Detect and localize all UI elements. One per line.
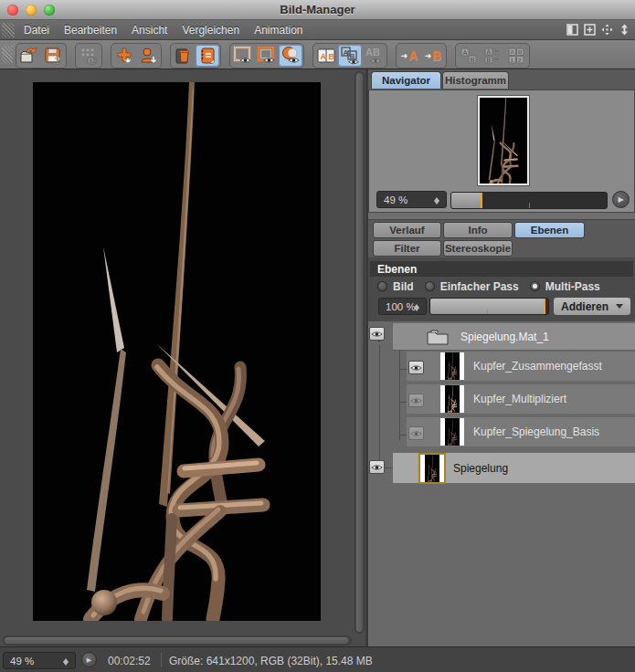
compare-ab-eye-button[interactable]: AB <box>338 45 362 67</box>
arrow-right-icon: ➜ <box>401 51 408 60</box>
statusbar-zoom-stepper-icon[interactable] <box>63 656 71 667</box>
layer-name: Spiegelung.Mat_1 <box>460 331 549 343</box>
svg-text:B: B <box>471 57 475 63</box>
layer-thumbnail <box>440 385 464 413</box>
radio-bild-label[interactable]: Bild <box>393 280 414 293</box>
layer-visibility-toggle[interactable] <box>369 460 385 474</box>
navigator-zoom-value[interactable]: 49 % <box>376 191 447 208</box>
chevron-down-icon <box>616 304 623 312</box>
navigator-thumbnail[interactable] <box>478 96 529 185</box>
move-image-down-button[interactable] <box>112 45 136 67</box>
layer-row-pass[interactable]: Kupfer_Spiegelung_Basis <box>407 417 635 448</box>
horizontal-scrollbar-thumb[interactable] <box>5 637 348 644</box>
layer-row-pass[interactable]: Kupfer_Multipliziert <box>407 384 635 415</box>
layer-thumbnail <box>440 418 464 446</box>
menu-bearbeiten[interactable]: Bearbeiten <box>64 24 117 37</box>
menu-datei[interactable]: Datei <box>24 24 49 37</box>
save-image-button[interactable]: ? <box>41 45 65 67</box>
layer-row-selected[interactable]: Spiegelung <box>393 453 635 483</box>
svg-text:x2: x2 <box>90 58 97 64</box>
layer-visibility-toggle[interactable] <box>408 361 424 374</box>
svg-text:B: B <box>487 57 492 63</box>
sequence-grid-icon: x2 <box>79 47 98 65</box>
svg-text:AB: AB <box>365 47 380 58</box>
letter-b: B <box>432 48 441 63</box>
layer-row-folder[interactable]: Spiegelung.Mat_1 <box>393 323 635 351</box>
radio-einfacher-pass-label[interactable]: Einfacher Pass <box>440 280 519 293</box>
menu-vergleichen[interactable]: Vergleichen <box>182 24 239 37</box>
svg-text:A: A <box>344 48 349 57</box>
toolbar-drag-grip[interactable] <box>2 46 13 64</box>
zoom-stepper-icon[interactable] <box>434 194 442 205</box>
user-image-down-button[interactable] <box>136 45 160 67</box>
image-viewport <box>0 69 368 646</box>
person-down-icon <box>139 47 157 65</box>
compare-ab-disabled-button[interactable]: AB <box>362 45 386 67</box>
layer-row-pass[interactable]: Kupfer_Zusammengefasst <box>407 352 635 383</box>
tab-histogramm[interactable]: Histogramm <box>442 71 509 89</box>
frame-eye-icon <box>233 46 253 66</box>
tab-ebenen[interactable]: Ebenen <box>514 222 585 238</box>
compare-ab-split-button[interactable]: AB <box>314 45 338 67</box>
layer-visibility-toggle[interactable] <box>408 394 424 407</box>
layer-visibility-toggle[interactable] <box>369 327 385 341</box>
show-alpha-button[interactable] <box>279 45 302 67</box>
tab-verlauf[interactable]: Verlauf <box>373 222 441 238</box>
tab-filter[interactable]: Filter <box>373 240 441 257</box>
render-time: 00:02:52 <box>108 655 151 667</box>
window-title: Bild-Manager <box>0 3 635 16</box>
show-image-orange-frame-button[interactable] <box>255 45 279 67</box>
menu-animation[interactable]: Animation <box>254 24 302 37</box>
status-bar: 49 % ▶ 00:02:52 Größe: 641x1200, RGB (32… <box>0 646 635 672</box>
layer-opacity-value[interactable]: 100 % <box>378 298 427 315</box>
pass-mode-row: Bild Einfacher Pass Multi-Pass <box>370 278 633 295</box>
statusbar-zoom-value[interactable]: 49 % <box>3 652 76 669</box>
split-view-icon[interactable] <box>566 23 579 37</box>
layer-opacity-slider[interactable] <box>429 298 549 315</box>
zoom-slider-marker[interactable] <box>481 193 482 208</box>
open-image-button[interactable] <box>17 45 41 67</box>
history-notebook-button[interactable] <box>196 45 219 67</box>
set-a-image-button[interactable]: ➜ A <box>397 45 421 67</box>
layer-thumbnail-selected <box>420 455 444 482</box>
menu-drag-grip[interactable] <box>2 23 15 37</box>
compare-side-button[interactable]: AB <box>481 45 504 67</box>
compare-swap-button[interactable]: AB <box>457 45 481 67</box>
move-window-icon[interactable] <box>600 23 614 37</box>
navigator-zoom-row: 49 % ▶ <box>368 188 635 213</box>
radio-multi-pass-label[interactable]: Multi-Pass <box>545 280 600 293</box>
radio-einfacher-pass[interactable] <box>425 281 435 291</box>
set-b-image-button[interactable]: ➜ B <box>421 45 445 67</box>
navigator-play-button[interactable]: ▶ <box>612 191 630 208</box>
delete-image-button[interactable] <box>172 45 196 67</box>
radio-bild[interactable] <box>377 281 387 291</box>
opacity-stepper-icon[interactable] <box>414 301 422 312</box>
radio-multi-pass[interactable] <box>530 281 540 291</box>
add-view-icon[interactable] <box>583 23 597 37</box>
render-sequence-button[interactable]: x2 <box>77 45 101 67</box>
ebenen-header: Ebenen <box>370 261 633 277</box>
layer-name: Kupfer_Multipliziert <box>473 393 566 405</box>
open-folder-icon <box>19 47 39 65</box>
show-image-white-frame-button[interactable] <box>231 45 255 67</box>
statusbar-play-button[interactable]: ▶ <box>81 652 97 667</box>
menu-ansicht[interactable]: Ansicht <box>132 24 167 37</box>
vertical-scrollbar-thumb[interactable] <box>356 73 363 632</box>
eye-icon <box>371 464 383 471</box>
compare-grid-button[interactable]: AB12 <box>504 45 528 67</box>
blend-mode-dropdown[interactable]: Addieren <box>553 297 631 316</box>
svg-text:B: B <box>350 52 355 60</box>
tab-info[interactable]: Info <box>443 222 513 238</box>
resize-window-icon[interactable] <box>618 23 631 37</box>
tab-navigator[interactable]: Navigator <box>371 71 441 89</box>
layer-visibility-toggle[interactable] <box>408 426 424 440</box>
title-bar: Bild-Manager <box>0 0 635 20</box>
opacity-slider-marker[interactable] <box>544 299 545 314</box>
svg-text:A: A <box>511 49 515 55</box>
eye-icon <box>410 364 422 372</box>
horizontal-scrollbar[interactable] <box>3 635 352 646</box>
navigator-zoom-slider[interactable] <box>450 192 608 209</box>
tab-stereoskopie[interactable]: Stereoskopie <box>443 240 513 257</box>
vertical-scrollbar[interactable] <box>355 71 365 634</box>
rendered-image[interactable] <box>33 82 321 621</box>
